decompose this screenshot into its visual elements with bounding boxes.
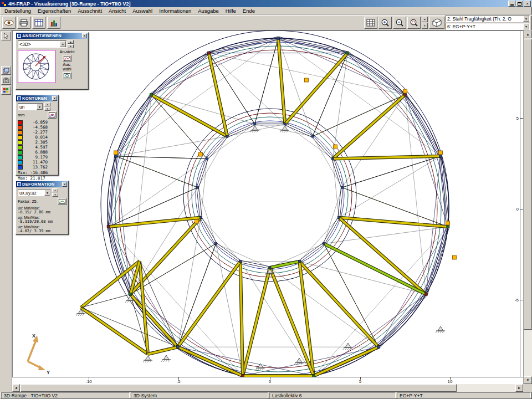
wf-line — [280, 130, 282, 132]
spin-down-icon[interactable]: ▼ — [422, 23, 428, 29]
diagram-button[interactable] — [47, 17, 60, 29]
contour-quantity-selector[interactable]: un ▼ — [18, 103, 43, 110]
select-tool-button[interactable] — [1, 32, 11, 40]
view-3d-button[interactable] — [429, 17, 444, 29]
vertical-scroll-track[interactable] — [524, 38, 532, 376]
legend-swatch — [18, 165, 23, 170]
menu-ansicht[interactable]: Ansicht — [105, 7, 129, 14]
scroll-left-icon[interactable]: ◄ — [12, 384, 20, 392]
wf-circle — [196, 121, 344, 269]
legend-swatch — [18, 145, 23, 150]
vertical-scrollbar[interactable]: ▲ ▼ — [523, 30, 532, 384]
chevron-down-icon[interactable]: ▼ — [60, 41, 66, 47]
chevron-down-icon[interactable]: ▼ — [523, 23, 529, 29]
scroll-down-icon[interactable]: ▼ — [524, 376, 532, 384]
spin-up-icon[interactable]: ▲ — [52, 188, 58, 192]
menu-eigenschaften[interactable]: Eigenschaften — [34, 7, 74, 14]
contour-settings-button[interactable] — [48, 111, 57, 119]
close-icon[interactable]: × — [82, 33, 87, 38]
zoom-out-button[interactable] — [393, 17, 406, 29]
minimize-icon — [510, 4, 514, 6]
wf-polygon — [296, 358, 302, 362]
zoom-window-icon — [410, 18, 418, 27]
menu-hilfe[interactable]: Hilfe — [222, 7, 239, 14]
table-view-button[interactable] — [364, 17, 377, 29]
wf-rect — [305, 78, 309, 82]
view-selector[interactable]: <3D> ▼ — [18, 40, 66, 48]
horizontal-scrollbar[interactable]: ◄ ► — [12, 384, 523, 392]
spin-up-icon[interactable]: ▲ — [422, 17, 428, 23]
spin-down-icon[interactable]: ▼ — [44, 107, 50, 111]
scroll-up-icon[interactable]: ▲ — [524, 30, 532, 38]
close-icon[interactable]: × — [62, 182, 67, 187]
horizontal-scroll-track[interactable] — [20, 384, 515, 392]
view-levels-panel-titlebar[interactable]: ANSICHT/EBENEN × — [16, 33, 88, 39]
vertical-scroll-thumb[interactable] — [524, 39, 532, 330]
layers-tool-button[interactable] — [1, 66, 11, 75]
wf-line — [347, 347, 349, 350]
close-icon[interactable]: × — [52, 96, 57, 101]
wf-line — [294, 362, 296, 365]
wf-rect — [207, 52, 210, 54]
deformation-settings-button[interactable] — [58, 198, 66, 205]
wf-line — [345, 347, 347, 350]
wf-line — [332, 159, 339, 218]
axis-x-label: X — [32, 333, 35, 339]
menu-ausschnitt[interactable]: Ausschnitt — [74, 7, 105, 14]
ansicht-button[interactable] — [63, 55, 71, 62]
wf-line — [314, 294, 426, 376]
spin-down-icon[interactable]: ▼ — [68, 44, 74, 48]
pv-line — [33, 71, 35, 79]
zoom-window-button[interactable] — [407, 17, 421, 29]
colors-tool-button[interactable] — [1, 86, 11, 95]
titlebar[interactable]: 4H-FRAP - Visualisierung [3D-Rampe - TIO… — [0, 0, 532, 7]
spin-down-icon[interactable]: ▼ — [52, 193, 58, 197]
spin-up-icon[interactable]: ▲ — [44, 103, 50, 106]
chevron-down-icon[interactable]: ▼ — [44, 190, 50, 196]
legend-value: 0.014 — [24, 135, 48, 140]
model-canvas[interactable]: X Y 5 0 -5 -10 -5 0 5 10 ANSICH — [12, 30, 523, 384]
view-step-spinner[interactable]: ▲ ▼ — [68, 40, 74, 48]
deformation-component-selector[interactable]: ux,uy,uz ▼ — [18, 189, 51, 196]
wf-line — [116, 156, 198, 187]
auswahl-button[interactable] — [63, 72, 71, 79]
chevron-down-icon[interactable]: ▼ — [523, 16, 529, 22]
statusbar: 3D-Rampe - TIO+TIIO V2 3D-System Lastkol… — [0, 392, 532, 399]
report-button[interactable] — [32, 17, 45, 29]
wf-line — [152, 54, 210, 96]
deformation-panel-titlebar[interactable]: DEFORMATION × — [16, 181, 68, 187]
ruler-label: 5 — [359, 379, 361, 384]
maximize-button[interactable] — [516, 1, 523, 7]
minimize-button[interactable] — [508, 1, 515, 7]
legend-value: -2.277 — [24, 130, 48, 135]
menu-auswahl[interactable]: Auswahl — [129, 7, 156, 14]
horizontal-scroll-thumb[interactable] — [21, 384, 457, 392]
wf-line — [83, 314, 84, 316]
menu-ausgabe[interactable]: Ausgabe — [195, 7, 222, 14]
loadcase-combo[interactable]: 6: EG+P-Y+T ▼ — [446, 23, 530, 30]
zoom-in-button[interactable] — [378, 17, 392, 29]
contour-spinner[interactable]: ▲ ▼ — [44, 103, 50, 111]
menu-ende[interactable]: Ende — [239, 7, 258, 14]
view-preview[interactable] — [18, 50, 55, 83]
spin-up-icon[interactable]: ▲ — [68, 40, 74, 44]
close-button[interactable]: × — [524, 1, 531, 7]
wf-line — [257, 130, 258, 132]
scroll-right-icon[interactable]: ► — [515, 384, 523, 392]
wf-line — [78, 314, 80, 316]
snapshot-tool-button[interactable] — [1, 76, 11, 85]
legend-value: -4.568 — [24, 125, 48, 130]
wf-line — [151, 95, 255, 124]
contours-panel-titlebar[interactable]: KONTUREN × — [16, 95, 58, 101]
view-angle-spinner[interactable]: ▲ ▼ — [422, 17, 428, 29]
wf-line — [426, 227, 448, 294]
chevron-down-icon[interactable]: ▼ — [37, 104, 43, 110]
status-system: 3D-System — [131, 392, 268, 398]
result-combo[interactable]: 2: Stahl Tragfähigkeit (Th. 2. O ▼ — [446, 15, 530, 22]
print-button[interactable] — [17, 17, 30, 29]
wf-rect — [195, 219, 199, 223]
menu-darstellung[interactable]: Darstellung — [1, 7, 34, 14]
menu-informationen[interactable]: Informationen — [156, 7, 195, 14]
preview-button[interactable] — [2, 17, 16, 29]
deformation-spinner[interactable]: ▲ ▼ — [52, 188, 58, 197]
